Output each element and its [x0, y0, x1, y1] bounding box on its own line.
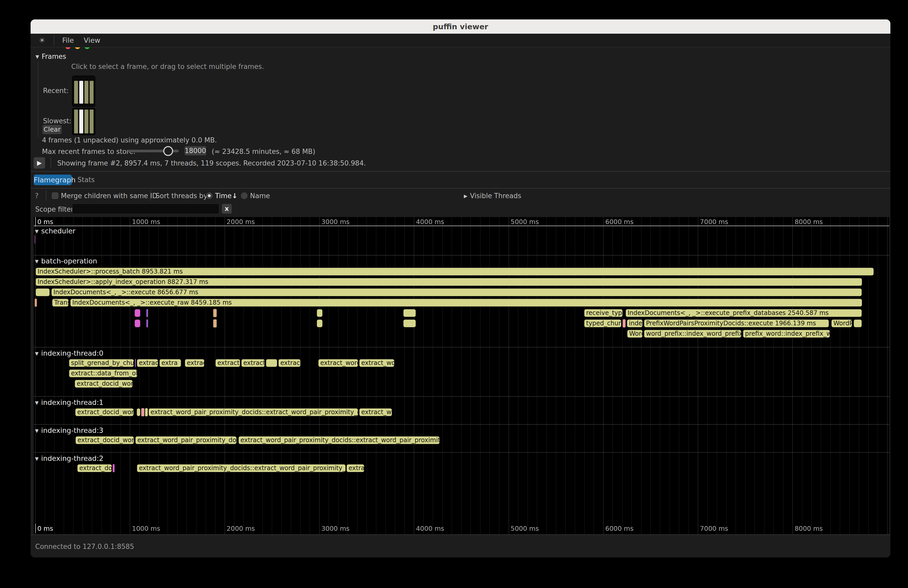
- sort-name-radio[interactable]: [241, 193, 248, 199]
- scope-bar[interactable]: extract_word_pair_proximity_docids::extr…: [238, 436, 440, 445]
- scope-bar[interactable]: extract_: [241, 359, 265, 367]
- theme-toggle-icon[interactable]: ☀: [39, 34, 45, 47]
- scope-bar[interactable]: Word: [627, 329, 643, 338]
- scope-bar[interactable]: [136, 408, 141, 416]
- scope-bar[interactable]: extract_word_pair_proximity_docids: [135, 436, 237, 445]
- frame-bar[interactable]: [90, 109, 93, 133]
- tab-stats[interactable]: Stats: [77, 176, 95, 184]
- scope-bar[interactable]: [853, 319, 862, 328]
- frame-bar[interactable]: [79, 81, 83, 104]
- scope-bar[interactable]: IndexDocuments<_, _>::execute 8656.677 m…: [51, 288, 862, 297]
- scope-bar[interactable]: receive_typed_: [584, 309, 623, 317]
- scope-bar[interactable]: extract_word_pair_proximity_docids::extr…: [137, 464, 346, 472]
- scope-bar[interactable]: PrefixWordPairsProximityDocids::execute …: [644, 319, 829, 328]
- max-frames-value[interactable]: 18000: [185, 146, 206, 156]
- scope-bar[interactable]: [213, 319, 217, 328]
- scope-bar[interactable]: [316, 309, 323, 317]
- sort-direction-arrow-icon[interactable]: ↓: [232, 192, 238, 200]
- frame-bar[interactable]: [74, 109, 78, 133]
- scope-bar[interactable]: [146, 309, 148, 317]
- scope-bar[interactable]: [213, 309, 217, 317]
- scope-bar[interactable]: word_prefix::index_word_prefix_: [644, 329, 742, 338]
- thread-header-indexing-thread:1[interactable]: ▼indexing-thread:1: [35, 398, 103, 406]
- frame-bar[interactable]: [79, 109, 83, 133]
- scope-bar[interactable]: extract_docid_word: [74, 379, 133, 388]
- sort-time-radio[interactable]: [206, 193, 213, 199]
- scope-bar[interactable]: extract_: [215, 359, 240, 367]
- scope-bar[interactable]: extract_doc: [77, 464, 112, 472]
- scope-bar[interactable]: extract: [137, 359, 158, 367]
- scope-label: extract: [279, 359, 300, 366]
- scope-label: IndexScheduler>::apply_index_operation 8…: [36, 278, 862, 286]
- scope-bar[interactable]: WordPr: [831, 319, 852, 328]
- scope-filter-input[interactable]: [72, 204, 219, 214]
- scope-bar[interactable]: [34, 235, 35, 244]
- merge-children-checkbox[interactable]: [52, 193, 58, 199]
- frames-section-header[interactable]: ▼Frames: [35, 53, 66, 60]
- recent-frames-thumbnail[interactable]: [72, 76, 95, 107]
- frame-bar[interactable]: [90, 81, 93, 104]
- scope-bar[interactable]: [622, 319, 626, 328]
- recent-label: Recent:: [43, 87, 69, 95]
- tab-flamegraph[interactable]: Flamegraph: [34, 175, 72, 185]
- scope-bar[interactable]: [35, 288, 50, 297]
- scope-bar[interactable]: extract::data_from_ob: [69, 369, 138, 378]
- scope-bar[interactable]: [146, 319, 148, 328]
- scope-bar[interactable]: extrac: [185, 359, 205, 367]
- scope-bar[interactable]: extract_wo: [359, 359, 394, 367]
- gridline-minor: [707, 217, 708, 534]
- scope-bar[interactable]: split_grenad_by_chun: [69, 359, 134, 367]
- clear-button[interactable]: Clear: [42, 125, 62, 134]
- clear-filter-button[interactable]: x: [222, 204, 232, 214]
- scope-bar[interactable]: extrac: [346, 464, 365, 472]
- gridline-minor: [546, 217, 547, 534]
- slowest-frames-thumbnail[interactable]: [72, 108, 95, 135]
- slider-knob-icon[interactable]: [163, 146, 173, 156]
- scope-bar[interactable]: [316, 319, 323, 328]
- scope-bar[interactable]: [134, 309, 141, 317]
- scope-bar[interactable]: [403, 309, 416, 317]
- thread-header-indexing-thread:0[interactable]: ▼indexing-thread:0: [35, 349, 103, 357]
- menu-item-file[interactable]: File: [62, 34, 74, 47]
- scope-bar[interactable]: [403, 319, 416, 328]
- axis-underline: [34, 226, 889, 226]
- scope-bar[interactable]: typed_chunk::w: [584, 319, 621, 328]
- scope-bar[interactable]: IndexScheduler>::apply_index_operation 8…: [35, 278, 862, 286]
- scope-bar[interactable]: extra: [159, 359, 181, 367]
- scope-bar[interactable]: extract_word_pair_proximity_docids::extr…: [148, 408, 358, 416]
- thread-header-indexing-thread:3[interactable]: ▼indexing-thread:3: [35, 426, 103, 434]
- scope-bar[interactable]: extract_docid_word: [75, 436, 134, 445]
- scope-bar[interactable]: [266, 359, 277, 367]
- scope-bar[interactable]: [145, 408, 148, 416]
- thread-header-indexing-thread:2[interactable]: ▼indexing-thread:2: [35, 454, 103, 463]
- play-button[interactable]: ▶: [34, 157, 45, 169]
- scope-bar[interactable]: IndexDocuments<_, _>::execute_raw 8459.1…: [70, 299, 862, 307]
- scope-bar[interactable]: IndexDocuments<_, _>::execute_prefix_dat…: [625, 309, 862, 317]
- thread-header-batch-operation[interactable]: ▼batch-operation: [35, 257, 97, 265]
- frame-bar[interactable]: [84, 81, 89, 104]
- frames-hint: Click to select a frame, or drag to sele…: [71, 63, 264, 71]
- scope-bar[interactable]: [34, 299, 37, 307]
- gridline-minor: [433, 217, 433, 534]
- scope-bar[interactable]: Trans: [52, 299, 69, 307]
- scope-bar[interactable]: extract_word: [318, 359, 358, 367]
- scope-label: extract_wo: [359, 408, 392, 416]
- scope-bar[interactable]: IndexScheduler>::process_batch 8953.821 …: [35, 267, 874, 276]
- menu-item-view[interactable]: View: [84, 34, 100, 47]
- scope-bar[interactable]: [135, 359, 136, 367]
- help-button[interactable]: ?: [35, 192, 39, 200]
- gridline-minor: [423, 217, 424, 534]
- thread-header-scheduler[interactable]: ▼scheduler: [35, 227, 76, 235]
- frame-bar[interactable]: [84, 109, 89, 133]
- scope-bar[interactable]: [113, 464, 115, 472]
- scope-bar[interactable]: extract_docid_word: [75, 408, 134, 416]
- scope-bar[interactable]: [134, 319, 141, 328]
- scope-bar[interactable]: extract: [278, 359, 301, 367]
- scope-bar[interactable]: prefix_word::index_prefix_wo: [743, 329, 830, 338]
- visible-threads-header[interactable]: ▶Visible Threads: [464, 192, 522, 200]
- scope-bar[interactable]: index: [626, 319, 643, 328]
- scope-bar[interactable]: extract_wo: [359, 408, 392, 416]
- scope-bar[interactable]: [141, 408, 145, 416]
- flamegraph-canvas[interactable]: 0 ms1000 ms2000 ms3000 ms4000 ms5000 ms6…: [34, 217, 889, 534]
- frame-bar[interactable]: [74, 81, 78, 104]
